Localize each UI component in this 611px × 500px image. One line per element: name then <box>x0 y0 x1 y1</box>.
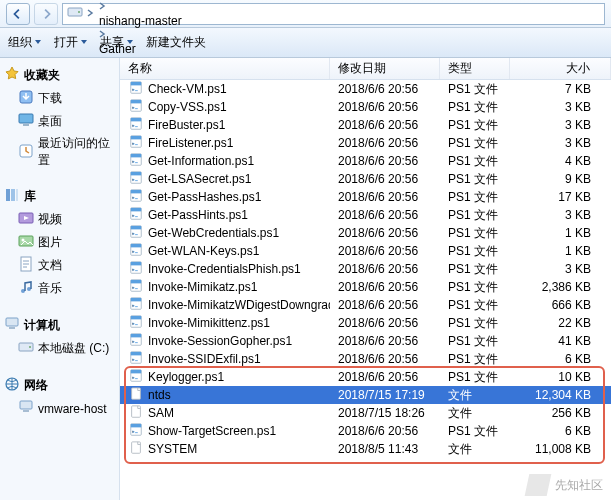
file-name: FireBuster.ps1 <box>148 118 225 132</box>
sidebar-item-vmware-host[interactable]: vmware-host <box>4 397 115 420</box>
computer-group[interactable]: 计算机 <box>4 314 115 337</box>
file-row[interactable]: Get-PassHashes.ps12018/6/6 20:56PS1 文件17… <box>120 188 611 206</box>
file-date: 2018/6/6 20:56 <box>330 424 440 438</box>
file-row[interactable]: Invoke-Mimikittenz.ps12018/6/6 20:56PS1 … <box>120 314 611 332</box>
file-type: PS1 文件 <box>440 99 510 116</box>
file-size: 22 KB <box>510 316 611 330</box>
file-row[interactable]: Invoke-SessionGopher.ps12018/6/6 20:56PS… <box>120 332 611 350</box>
sidebar-item-desktop[interactable]: 桌面 <box>4 110 115 133</box>
file-row[interactable]: FireBuster.ps12018/6/6 20:56PS1 文件3 KB <box>120 116 611 134</box>
file-date: 2018/6/6 20:56 <box>330 244 440 258</box>
ps1-file-icon <box>128 315 144 332</box>
file-icon <box>128 387 144 404</box>
nav-back-button[interactable] <box>6 3 30 25</box>
file-type: PS1 文件 <box>440 297 510 314</box>
file-row[interactable]: Get-WLAN-Keys.ps12018/6/6 20:56PS1 文件1 K… <box>120 242 611 260</box>
file-size: 6 KB <box>510 424 611 438</box>
organize-menu[interactable]: 组织 <box>8 34 42 51</box>
file-type: PS1 文件 <box>440 315 510 332</box>
file-size: 17 KB <box>510 190 611 204</box>
file-row[interactable]: Check-VM.ps12018/6/6 20:56PS1 文件7 KB <box>120 80 611 98</box>
file-row[interactable]: SYSTEM2018/8/5 11:43文件11,008 KB <box>120 440 611 458</box>
file-type: 文件 <box>440 441 510 458</box>
file-name: FireListener.ps1 <box>148 136 233 150</box>
network-group[interactable]: 网络 <box>4 374 115 397</box>
libraries-group[interactable]: 库 <box>4 185 115 208</box>
file-name: SAM <box>148 406 174 420</box>
file-size: 3 KB <box>510 100 611 114</box>
file-date: 2018/6/6 20:56 <box>330 262 440 276</box>
share-menu[interactable]: 共享 <box>100 34 134 51</box>
address-bar: pentestingnishang-masternishang-masterGa… <box>0 0 611 28</box>
file-row[interactable]: Invoke-Mimikatz.ps12018/6/6 20:56PS1 文件2… <box>120 278 611 296</box>
file-date: 2018/6/6 20:56 <box>330 226 440 240</box>
file-type: PS1 文件 <box>440 153 510 170</box>
new-folder-button[interactable]: 新建文件夹 <box>146 34 206 51</box>
file-size: 9 KB <box>510 172 611 186</box>
favorites-group[interactable]: 收藏夹 <box>4 64 115 87</box>
file-row[interactable]: Get-PassHints.ps12018/6/6 20:56PS1 文件3 K… <box>120 206 611 224</box>
file-row[interactable]: Get-LSASecret.ps12018/6/6 20:56PS1 文件9 K… <box>120 170 611 188</box>
file-name: ntds <box>148 388 171 402</box>
file-row[interactable]: ntds2018/7/15 17:19文件12,304 KB <box>120 386 611 404</box>
file-row[interactable]: Get-WebCredentials.ps12018/6/6 20:56PS1 … <box>120 224 611 242</box>
file-size: 3 KB <box>510 208 611 222</box>
column-type[interactable]: 类型 <box>440 58 510 79</box>
file-size: 41 KB <box>510 334 611 348</box>
file-date: 2018/6/6 20:56 <box>330 190 440 204</box>
nav-forward-button[interactable] <box>34 3 58 25</box>
file-name: Copy-VSS.ps1 <box>148 100 227 114</box>
sidebar-item-local-disk[interactable]: 本地磁盘 (C:) <box>4 337 115 360</box>
file-name: Invoke-Mimikittenz.ps1 <box>148 316 270 330</box>
file-name: Get-PassHashes.ps1 <box>148 190 261 204</box>
column-name[interactable]: 名称 <box>120 58 330 79</box>
file-row[interactable]: Show-TargetScreen.ps12018/6/6 20:56PS1 文… <box>120 422 611 440</box>
file-size: 10 KB <box>510 370 611 384</box>
file-date: 2018/6/6 20:56 <box>330 208 440 222</box>
file-row[interactable]: Invoke-SSIDExfil.ps12018/6/6 20:56PS1 文件… <box>120 350 611 368</box>
file-name: Invoke-Mimikatz.ps1 <box>148 280 257 294</box>
document-icon <box>18 256 34 275</box>
file-size: 256 KB <box>510 406 611 420</box>
ps1-file-icon <box>128 117 144 134</box>
sidebar-item-music[interactable]: 音乐 <box>4 277 115 300</box>
open-menu[interactable]: 打开 <box>54 34 88 51</box>
file-row[interactable]: Invoke-MimikatzWDigestDowngrade.ps12018/… <box>120 296 611 314</box>
navigation-pane: 收藏夹 下载 桌面 最近访问的位置 库 视频 图片 文档 音乐 计算机 本地磁盘… <box>0 58 120 500</box>
file-date: 2018/7/15 18:26 <box>330 406 440 420</box>
file-date: 2018/6/6 20:56 <box>330 316 440 330</box>
ps1-file-icon <box>128 297 144 314</box>
breadcrumb-segment[interactable]: nishang-master <box>97 14 184 28</box>
sidebar-item-pictures[interactable]: 图片 <box>4 231 115 254</box>
file-name: Check-VM.ps1 <box>148 82 227 96</box>
drive-icon <box>18 339 34 358</box>
file-row[interactable]: Invoke-CredentialsPhish.ps12018/6/6 20:5… <box>120 260 611 278</box>
sidebar-item-recent[interactable]: 最近访问的位置 <box>4 133 115 171</box>
breadcrumb-bar[interactable]: pentestingnishang-masternishang-masterGa… <box>62 3 605 25</box>
sidebar-item-downloads[interactable]: 下载 <box>4 87 115 110</box>
sidebar-item-videos[interactable]: 视频 <box>4 208 115 231</box>
video-icon <box>18 210 34 229</box>
file-row[interactable]: Get-Information.ps12018/6/6 20:56PS1 文件4… <box>120 152 611 170</box>
file-row[interactable]: SAM2018/7/15 18:26文件256 KB <box>120 404 611 422</box>
file-date: 2018/6/6 20:56 <box>330 172 440 186</box>
file-row[interactable]: FireListener.ps12018/6/6 20:56PS1 文件3 KB <box>120 134 611 152</box>
network-icon <box>4 376 20 395</box>
file-type: 文件 <box>440 387 510 404</box>
sidebar-item-documents[interactable]: 文档 <box>4 254 115 277</box>
file-date: 2018/6/6 20:56 <box>330 154 440 168</box>
file-name: Invoke-MimikatzWDigestDowngrade.ps1 <box>148 298 330 312</box>
file-name: Get-Information.ps1 <box>148 154 254 168</box>
file-size: 1 KB <box>510 226 611 240</box>
file-size: 3 KB <box>510 118 611 132</box>
column-size[interactable]: 大小 <box>510 58 611 79</box>
column-date[interactable]: 修改日期 <box>330 58 440 79</box>
file-name: Invoke-SessionGopher.ps1 <box>148 334 292 348</box>
file-type: PS1 文件 <box>440 189 510 206</box>
picture-icon <box>18 233 34 252</box>
file-date: 2018/6/6 20:56 <box>330 298 440 312</box>
file-size: 7 KB <box>510 82 611 96</box>
command-toolbar: 组织 打开 共享 新建文件夹 <box>0 28 611 58</box>
file-row[interactable]: Keylogger.ps12018/6/6 20:56PS1 文件10 KB <box>120 368 611 386</box>
file-row[interactable]: Copy-VSS.ps12018/6/6 20:56PS1 文件3 KB <box>120 98 611 116</box>
